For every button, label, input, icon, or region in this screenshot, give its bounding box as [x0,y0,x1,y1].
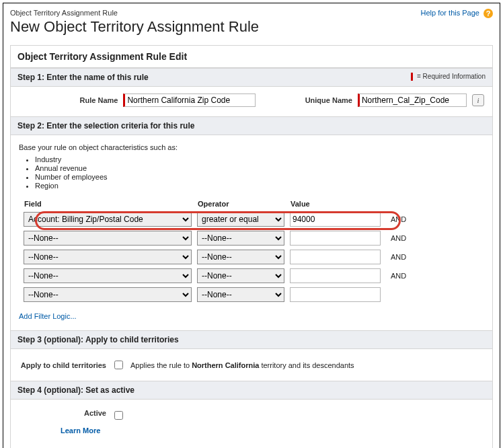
operator-select[interactable]: greater or equal [197,212,284,227]
page-title: New Object Territory Assignment Rule [10,18,493,36]
characteristics-list: Industry Annual revenue Number of employ… [35,155,484,190]
value-input[interactable] [290,287,381,302]
help-icon: ? [483,9,493,18]
criteria-table: Field Operator Value Account: Billing Zi… [19,196,411,305]
operator-select[interactable]: --None-- [197,250,284,264]
step2-basetext: Base your rule on object characteristics… [19,143,484,151]
criteria-row: --None-- --None-- [23,287,407,303]
value-input[interactable] [290,250,381,264]
add-filter-logic-link[interactable]: Add Filter Logic... [19,312,77,320]
apply-child-label: Apply to child territories [19,361,106,369]
required-bar-icon [411,73,413,81]
field-select[interactable]: Account: Billing Zip/Postal Code [24,212,192,227]
list-item: Industry [35,155,484,163]
unique-name-input[interactable] [358,94,467,107]
required-info: = Required Information [411,73,486,81]
panel-heading: Object Territory Assignment Rule Edit [11,46,492,68]
criteria-row: Account: Billing Zip/Postal Code greater… [23,211,407,227]
help-for-page[interactable]: Help for this Page ? [421,9,494,18]
step1-heading: Step 1: Enter the name of this rule = Re… [11,68,492,87]
list-item: Region [35,182,484,190]
and-label: AND [385,230,407,246]
and-label: AND [385,211,407,227]
value-input[interactable] [290,268,381,283]
col-value: Value [289,199,381,209]
and-label: AND [385,249,407,265]
help-link[interactable]: Help for this Page [421,9,479,17]
apply-child-text: Applies the rule to Northern California … [130,361,354,369]
field-select[interactable]: --None-- [24,231,192,246]
active-checkbox[interactable] [114,411,123,420]
and-label: AND [385,268,407,284]
operator-select[interactable]: --None-- [197,231,284,246]
required-info-text: = Required Information [417,73,486,80]
apply-child-checkbox[interactable] [114,361,123,369]
step4-heading: Step 4 (optional): Set as active [11,381,492,400]
info-icon[interactable]: i [472,94,484,106]
criteria-row: --None-- --None-- AND [23,249,407,265]
operator-select[interactable]: --None-- [197,287,284,302]
rule-name-input[interactable] [123,94,256,107]
col-operator: Operator [196,199,285,209]
operator-select[interactable]: --None-- [197,268,284,283]
step3-heading: Step 3 (optional): Apply to child territ… [11,330,492,349]
field-select[interactable]: --None-- [24,268,192,283]
value-input[interactable] [290,231,381,246]
step1-heading-text: Step 1: Enter the name of this rule [17,73,149,82]
button-bar: Save Save & New Cancel [11,445,492,448]
field-select[interactable]: --None-- [24,250,192,264]
col-field: Field [23,199,192,209]
rule-name-label: Rule Name [19,96,118,104]
value-input[interactable] [290,212,381,227]
unique-name-label: Unique Name [293,96,352,104]
list-item: Number of employees [35,173,484,181]
list-item: Annual revenue [35,164,484,172]
learn-more-link[interactable]: Learn More [61,426,100,435]
field-select[interactable]: --None-- [24,287,192,302]
criteria-row: --None-- --None-- AND [23,268,407,284]
criteria-row: --None-- --None-- AND [23,230,407,246]
step2-heading: Step 2: Enter the selection criteria for… [11,116,492,135]
active-label: Active [19,409,106,417]
